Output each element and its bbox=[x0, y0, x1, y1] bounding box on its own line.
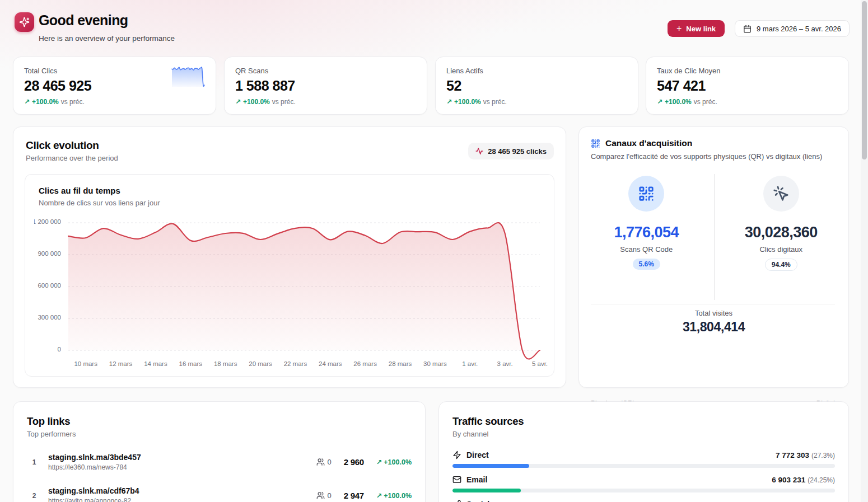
traffic-bar-fill bbox=[452, 489, 521, 492]
delta-value: +100.0% bbox=[384, 458, 412, 466]
chart-subtitle: Nombre de clics sur vos liens par jour bbox=[39, 199, 160, 207]
delta-suffix: vs préc. bbox=[61, 98, 85, 106]
delta-suffix: vs préc. bbox=[272, 98, 296, 106]
x-tick-label: 14 mars bbox=[144, 360, 167, 367]
date-range-label: 9 mars 2026 – 5 avr. 2026 bbox=[757, 25, 841, 33]
x-tick-label: 26 mars bbox=[353, 360, 377, 367]
stat-delta: ↗ +100.0% vs préc. bbox=[24, 98, 205, 106]
delta-value: +100.0% bbox=[665, 98, 692, 106]
cursor-click-icon bbox=[773, 185, 790, 202]
new-link-label: New link bbox=[686, 25, 716, 33]
x-tick-label: 5 avr. bbox=[532, 360, 548, 367]
rank-badge: 1 bbox=[27, 458, 41, 466]
visitors-value: 0 bbox=[328, 491, 332, 500]
clicks-count: 2 947 bbox=[344, 491, 364, 500]
mail-icon bbox=[452, 475, 461, 484]
traffic-channel-label: Social bbox=[466, 500, 489, 502]
qr-channel-avatar bbox=[628, 176, 664, 212]
traffic-channel-label: Email bbox=[466, 475, 487, 484]
visitors-value: 0 bbox=[328, 458, 332, 466]
x-tick-label: 1 avr. bbox=[462, 360, 478, 367]
y-tick-label: 300 000 bbox=[34, 314, 61, 322]
new-link-button[interactable]: + New link bbox=[668, 20, 725, 37]
qr-scans-label: Scans QR Code bbox=[620, 245, 673, 254]
trend-up-icon: ↗ bbox=[657, 98, 662, 106]
x-tick-label: 20 mars bbox=[249, 360, 272, 367]
trend-up-icon: ↗ bbox=[446, 98, 452, 106]
vertical-scrollbar bbox=[861, 0, 868, 502]
stat-delta: ↗ +100.0% vs préc. bbox=[446, 98, 627, 106]
horizontal-divider bbox=[591, 304, 835, 304]
delta-value: +100.0% bbox=[454, 98, 481, 106]
trend-up-icon: ↗ bbox=[235, 98, 241, 106]
total-clicks-badge-label: 28 465 925 clicks bbox=[488, 147, 547, 156]
x-tick-label: 16 mars bbox=[179, 360, 203, 367]
trend-up-icon: ↗ bbox=[376, 458, 382, 466]
link-stats: 0 2 947 ↗ +100.0% bbox=[316, 491, 412, 500]
qr-scans-value: 1,776,054 bbox=[614, 224, 679, 241]
x-tick-label: 28 mars bbox=[389, 360, 412, 367]
qr-code-icon bbox=[591, 139, 600, 148]
traffic-sources-card: Traffic sources By channel Direct 7 772 … bbox=[438, 401, 849, 502]
stat-card-avg-click-rate: Taux de Clic Moyen 547 421 ↗ +100.0% vs … bbox=[646, 57, 849, 115]
traffic-percent: (24.25%) bbox=[808, 476, 835, 484]
link-info: staging.slnk.ma/cdf67b4 https://avito.ma… bbox=[48, 486, 316, 502]
top-link-row-1[interactable]: 1 staging.slnk.ma/3bde457 https://le360.… bbox=[27, 453, 412, 471]
stat-card-active-links: Liens Actifs 52 ↗ +100.0% vs préc. bbox=[435, 57, 638, 115]
delta-value: +100.0% bbox=[384, 492, 412, 500]
users-icon bbox=[316, 491, 325, 500]
traffic-value: 6 784 737 bbox=[772, 500, 805, 502]
x-tick-label: 22 mars bbox=[284, 360, 307, 367]
stat-card-total-clicks: Total Clics 28 465 925 ↗ +100.0% vs préc… bbox=[13, 57, 216, 115]
calendar-icon bbox=[743, 25, 752, 33]
qr-percent-badge: 5.6% bbox=[633, 259, 660, 270]
top-links-title: Top links bbox=[27, 415, 412, 428]
traffic-bar bbox=[452, 464, 835, 468]
visitors-count: 0 bbox=[316, 458, 332, 466]
sparkline-chart bbox=[171, 65, 206, 88]
traffic-bar bbox=[452, 489, 835, 492]
clicks-count: 2 960 bbox=[344, 457, 364, 467]
destination-url: https://le360.ma/news-784 bbox=[48, 463, 316, 471]
delta-suffix: vs préc. bbox=[694, 98, 717, 106]
link-stats: 0 2 960 ↗ +100.0% bbox=[316, 457, 412, 467]
x-tick-label: 24 mars bbox=[319, 360, 342, 367]
link-info: staging.slnk.ma/3bde457 https://le360.ma… bbox=[48, 453, 316, 471]
stat-label: QR Scans bbox=[235, 67, 416, 75]
top-link-row-2[interactable]: 2 staging.slnk.ma/cdf67b4 https://avito.… bbox=[27, 486, 412, 502]
stat-card-qr-scans: QR Scans 1 588 887 ↗ +100.0% vs préc. bbox=[224, 57, 427, 115]
channels-subtitle: Comparez l'efficacité de vos supports ph… bbox=[591, 152, 822, 161]
chart-title: Clics au fil du temps bbox=[39, 186, 120, 195]
date-range-picker[interactable]: 9 mars 2026 – 5 avr. 2026 bbox=[735, 20, 850, 37]
delta-value: +100.0% bbox=[243, 98, 270, 106]
x-tick-label: 10 mars bbox=[74, 360, 97, 367]
x-tick-label: 3 avr. bbox=[497, 360, 513, 367]
traffic-row-email: Email 6 903 231(24.25%) bbox=[452, 475, 835, 492]
vertical-divider bbox=[714, 174, 715, 300]
digital-clicks-label: Clics digitaux bbox=[759, 245, 802, 254]
link-delta: ↗ +100.0% bbox=[376, 458, 412, 466]
traffic-channel-label: Direct bbox=[466, 451, 489, 459]
qr-code-icon bbox=[638, 185, 655, 202]
traffic-title: Traffic sources bbox=[452, 415, 835, 428]
visitors-count: 0 bbox=[316, 491, 332, 500]
y-tick-label: 1 200 000 bbox=[34, 218, 61, 227]
dashboard-page: Good evening Here is an overview of your… bbox=[0, 0, 868, 502]
stat-delta: ↗ +100.0% vs préc. bbox=[235, 98, 416, 106]
share-icon bbox=[452, 500, 461, 502]
plus-icon: + bbox=[676, 24, 682, 33]
stat-value: 1 588 887 bbox=[235, 78, 416, 94]
traffic-value: 7 772 303 bbox=[776, 451, 809, 459]
traffic-bar-fill bbox=[452, 464, 529, 468]
destination-url: https://avito.ma/annonce-82 bbox=[48, 497, 316, 502]
traffic-value: 6 903 231 bbox=[772, 476, 805, 484]
y-tick-label: 600 000 bbox=[34, 282, 61, 290]
top-links-card: Top links Top performers 1 staging.slnk.… bbox=[13, 401, 426, 502]
trend-up-icon: ↗ bbox=[376, 491, 382, 500]
scrollbar-thumb[interactable] bbox=[862, 1, 867, 159]
app-logo bbox=[15, 12, 34, 32]
channels-header: Canaux d'acquisition bbox=[591, 138, 692, 148]
stat-value: 547 421 bbox=[657, 78, 838, 94]
total-clicks-badge: 28 465 925 clicks bbox=[468, 143, 554, 159]
stat-label: Taux de Clic Moyen bbox=[657, 67, 838, 75]
